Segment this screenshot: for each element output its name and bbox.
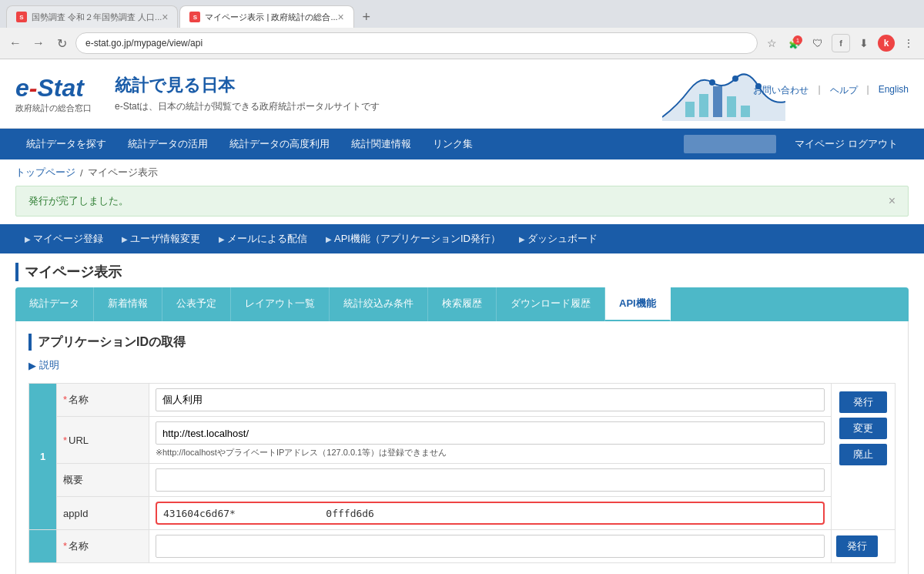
tab-1-close[interactable]: × [162, 11, 168, 23]
tab-2-title: マイページ表示 | 政府統計の総合... [205, 12, 337, 23]
menu-icon[interactable]: ⋮ [899, 34, 918, 52]
url-hint: ※http://localhostやプライベートIPアドレス（127.0.0.1… [156, 447, 825, 458]
user-info-blurred [684, 135, 776, 153]
svg-rect-0 [685, 102, 695, 117]
help-link[interactable]: ヘルプ [830, 84, 858, 97]
nav-item-usage[interactable]: 統計データの活用 [117, 129, 219, 159]
abolish-button[interactable]: 廃止 [839, 444, 887, 465]
tab-1[interactable]: S 国勢調査 令和２年国勢調査 人口... × [6, 5, 178, 28]
change-button[interactable]: 変更 [839, 418, 887, 439]
profile-icon[interactable]: k [878, 35, 895, 52]
explanation-toggle[interactable]: ▶ 説明 [28, 358, 896, 372]
action-buttons: 発行 変更 廃止 [836, 388, 890, 468]
breadcrumb-home[interactable]: トップページ [15, 166, 75, 180]
alert-close-button[interactable]: × [889, 194, 896, 208]
next-field-input-name [149, 530, 832, 563]
logo-area: e-Stat 政府統計の総合窓口 [15, 74, 92, 114]
field-label-url: *URL [57, 417, 149, 464]
logo-text: e-Stat [15, 74, 92, 102]
section-title: アプリケーションIDの取得 [38, 334, 186, 351]
extensions-icon[interactable]: 🧩 1 [785, 34, 804, 52]
tab-api[interactable]: API機能 [605, 287, 671, 321]
star-icon[interactable]: ☆ [762, 34, 781, 52]
sub-nav: ▶ マイページ登録 ▶ ユーザ情報変更 ▶ メールによる配信 ▶ API機能（ア… [0, 224, 924, 253]
next-field-label-name: *名称 [57, 530, 149, 563]
tab-2-favicon: S [189, 12, 200, 22]
svg-rect-4 [741, 106, 750, 117]
tab-layout[interactable]: レイアウト一覧 [231, 287, 330, 321]
breadcrumb-separator: / [80, 167, 83, 179]
summary-input[interactable] [156, 468, 825, 492]
form-table: 1 *名称 発行 変更 廃止 [28, 383, 896, 563]
sub-nav-register[interactable]: ▶ マイページ登録 [15, 224, 112, 253]
svg-rect-2 [713, 86, 722, 117]
name-input[interactable] [156, 388, 825, 411]
page-title-area: マイページ表示 [0, 253, 924, 287]
font-icon[interactable]: f [832, 34, 850, 52]
breadcrumb-current: マイページ表示 [88, 166, 158, 180]
page-title-bar: マイページ表示 [15, 263, 909, 281]
back-button[interactable]: ← [6, 34, 25, 52]
field-input-appid: 431604c6d67* 0fffd6d6 [149, 497, 832, 530]
tab-download-history[interactable]: ダウンロード履歴 [497, 287, 605, 321]
chart-decoration [662, 67, 785, 121]
forward-button[interactable]: → [29, 34, 48, 52]
tab-2[interactable]: S マイページ表示 | 政府統計の総合... × [179, 5, 353, 28]
tab-filter[interactable]: 統計絞込み条件 [330, 287, 428, 321]
nav-item-related[interactable]: 統計関連情報 [340, 129, 422, 159]
browser-icons: ☆ 🧩 1 🛡 f ⬇ k ⋮ [762, 34, 918, 52]
site-title: 統計で見る日本 [115, 74, 380, 97]
tab-shichaku[interactable]: 新着情報 [94, 287, 162, 321]
english-link[interactable]: English [879, 84, 909, 97]
tab-search-history[interactable]: 検索履歴 [428, 287, 497, 321]
tab-kohyo-yotei[interactable]: 公表予定 [162, 287, 231, 321]
field-label-appid: appId [57, 497, 149, 530]
nav-bar: 統計データを探す 統計データの活用 統計データの高度利用 統計関連情報 リンク集… [0, 129, 924, 159]
next-row-number [29, 530, 57, 563]
sub-nav-mail[interactable]: ▶ メールによる配信 [209, 224, 316, 253]
svg-point-7 [755, 83, 762, 89]
site-title-area: 統計で見る日本 e-Statは、日本の統計が閲覧できる政府統計ポータルサイトです [115, 74, 380, 113]
shield-icon[interactable]: 🛡 [808, 34, 827, 52]
site-desc: e-Statは、日本の統計が閲覧できる政府統計ポータルサイトです [115, 100, 380, 113]
field-input-url: ※http://localhostやプライベートIPアドレス（127.0.0.1… [149, 417, 832, 464]
nav-mypage-logout[interactable]: マイページ ログアウト [784, 129, 909, 159]
field-label-name: *名称 [57, 384, 149, 417]
field-label-summary: 概要 [57, 464, 149, 497]
appid-value: 431604c6d67* 0fffd6d6 [163, 508, 374, 519]
sub-nav-api[interactable]: ▶ API機能（アプリケーションID発行） [316, 224, 510, 253]
tab-1-favicon: S [16, 12, 27, 22]
url-input[interactable] [156, 421, 825, 445]
new-tab-button[interactable]: + [356, 6, 377, 28]
tab-2-close[interactable]: × [338, 11, 344, 23]
tabs-container: 統計データ 新着情報 公表予定 レイアウト一覧 統計絞込み条件 検索履歴 ダウン… [15, 287, 909, 321]
field-input-summary [149, 464, 832, 497]
site-header: e-Stat 政府統計の総合窓口 統計で見る日本 e-Statは、日本の統計が閲… [0, 59, 924, 129]
table-row-next-name: *名称 発行 [29, 530, 896, 563]
nav-item-advanced[interactable]: 統計データの高度利用 [219, 129, 340, 159]
sub-nav-dashboard[interactable]: ▶ ダッシュボード [510, 224, 607, 253]
tab-bar: S 国勢調査 令和２年国勢調査 人口... × S マイページ表示 | 政府統計… [0, 0, 924, 28]
page-title-accent [15, 263, 18, 281]
next-name-input[interactable] [156, 535, 825, 558]
reload-button[interactable]: ↻ [52, 34, 71, 52]
section-title-area: アプリケーションIDの取得 [28, 334, 896, 351]
content: 統計データ 新着情報 公表予定 レイアウト一覧 統計絞込み条件 検索履歴 ダウン… [0, 287, 924, 574]
tab-1-title: 国勢調査 令和２年国勢調査 人口... [32, 12, 162, 23]
table-row-url: *URL ※http://localhostやプライベートIPアドレス（127.… [29, 417, 896, 464]
next-action-cell: 発行 [832, 530, 896, 563]
section-title-accent [28, 334, 32, 351]
issue-button[interactable]: 発行 [839, 391, 887, 413]
notification-badge: 1 [793, 35, 802, 45]
svg-rect-3 [727, 96, 736, 117]
next-issue-button[interactable]: 発行 [836, 535, 878, 557]
nav-item-data[interactable]: 統計データを探す [15, 129, 117, 159]
address-bar: ← → ↻ ☆ 🧩 1 🛡 f ⬇ k ⋮ [0, 28, 924, 59]
download-icon[interactable]: ⬇ [855, 34, 873, 52]
nav-item-links[interactable]: リンク集 [422, 129, 484, 159]
breadcrumb: トップページ / マイページ表示 [0, 159, 924, 186]
svg-rect-1 [699, 94, 708, 117]
sub-nav-user-info[interactable]: ▶ ユーザ情報変更 [112, 224, 209, 253]
tab-toukei-data[interactable]: 統計データ [15, 287, 94, 321]
address-input[interactable] [75, 32, 758, 54]
